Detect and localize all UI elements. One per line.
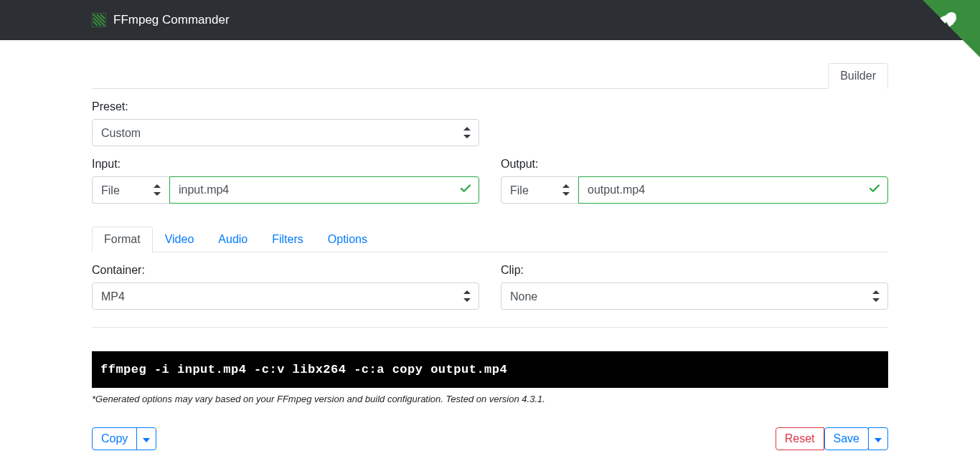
tab-filters[interactable]: Filters bbox=[260, 227, 316, 252]
disclaimer-text: *Generated options may vary based on you… bbox=[92, 394, 888, 404]
container-label: Container: bbox=[92, 264, 479, 277]
chevron-down-icon bbox=[143, 432, 150, 445]
ffmpeg-logo-icon bbox=[92, 13, 106, 27]
container-select[interactable]: MP4 bbox=[92, 282, 479, 310]
input-type-select[interactable]: File bbox=[92, 176, 169, 204]
tab-builder[interactable]: Builder bbox=[828, 63, 888, 89]
tab-options[interactable]: Options bbox=[316, 227, 380, 252]
output-type-select[interactable]: File bbox=[501, 176, 578, 204]
preset-label: Preset: bbox=[92, 100, 888, 113]
main-tabs: Builder bbox=[92, 63, 888, 89]
copy-button[interactable]: Copy bbox=[92, 427, 137, 450]
clip-label: Clip: bbox=[501, 264, 888, 277]
navbar-brand[interactable]: FFmpeg Commander bbox=[92, 13, 230, 27]
output-file-field[interactable] bbox=[578, 176, 888, 204]
github-corner-link[interactable] bbox=[923, 0, 980, 57]
settings-tabs: Format Video Audio Filters Options bbox=[92, 227, 888, 252]
tab-audio[interactable]: Audio bbox=[206, 227, 260, 252]
preset-select[interactable]: Custom bbox=[92, 119, 479, 146]
command-output: ffmpeg -i input.mp4 -c:v libx264 -c:a co… bbox=[92, 351, 888, 388]
save-button[interactable]: Save bbox=[824, 427, 869, 450]
divider bbox=[92, 327, 888, 328]
navbar: FFmpeg Commander bbox=[0, 0, 980, 40]
input-file-field[interactable] bbox=[169, 176, 479, 204]
copy-dropdown-button[interactable] bbox=[136, 427, 156, 450]
tab-format[interactable]: Format bbox=[92, 227, 153, 252]
input-label: Input: bbox=[92, 158, 479, 171]
chevron-down-icon bbox=[875, 432, 882, 445]
output-label: Output: bbox=[501, 158, 888, 171]
app-title: FFmpeg Commander bbox=[113, 13, 230, 27]
tab-video[interactable]: Video bbox=[153, 227, 207, 252]
clip-select[interactable]: None bbox=[501, 282, 888, 310]
save-dropdown-button[interactable] bbox=[868, 427, 888, 450]
reset-button[interactable]: Reset bbox=[776, 427, 824, 450]
